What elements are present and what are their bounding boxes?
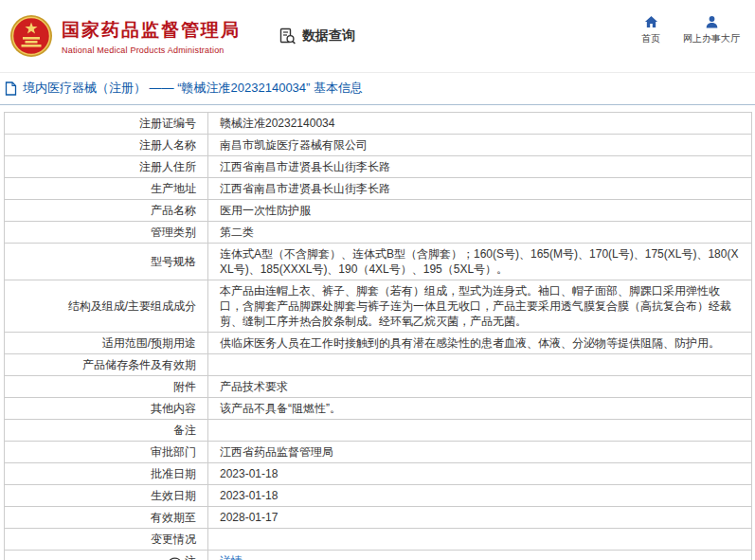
- table-row: 备注: [5, 420, 752, 442]
- table-row: 生效日期 2023-01-18: [5, 485, 752, 507]
- row-label: 批准日期: [5, 463, 208, 485]
- table-row: 产品名称 医用一次性防护服: [5, 200, 752, 222]
- header: 国家药品监督管理局 National Medical Products Admi…: [0, 0, 755, 72]
- table-row: 注册证编号 赣械注准20232140034: [5, 113, 752, 135]
- note-label: 注: [185, 554, 196, 560]
- national-emblem-logo: [9, 14, 53, 58]
- row-label: 附件: [5, 376, 208, 398]
- row-label: 生产地址: [5, 178, 208, 200]
- home-icon: [644, 15, 658, 28]
- table-row: 有效期至 2028-01-17: [5, 507, 752, 529]
- org-name-cn: 国家药品监督管理局: [62, 18, 241, 43]
- table-row: 变更情况: [5, 529, 752, 551]
- data-query-heading: 数据查询: [279, 27, 355, 45]
- page-title: 境内医疗器械（注册） —— “赣械注准20232140034” 基本信息: [23, 80, 363, 97]
- row-value: 本产品由连帽上衣、裤子、脚套（若有）组成，型式为连身式。袖口、帽子面部、脚踝口采…: [208, 280, 752, 333]
- row-value: [208, 529, 752, 551]
- top-nav: 首页 网上办事大厅: [641, 15, 740, 45]
- nav-home[interactable]: 首页: [641, 15, 660, 45]
- row-label: 注册证编号: [5, 113, 208, 135]
- row-label: 结构及组成/主要组成成分: [5, 280, 208, 333]
- nav-online-hall-label: 网上办事大厅: [683, 32, 740, 45]
- row-label: 审批部门: [5, 442, 208, 463]
- row-label: 注: [5, 551, 208, 560]
- row-label: 产品名称: [5, 200, 208, 222]
- registration-info-table: 注册证编号 赣械注准20232140034 注册人名称 南昌市凯旋医疗器械有限公…: [4, 112, 752, 560]
- table-row: 产品储存条件及有效期: [5, 354, 752, 376]
- row-value: 2023-01-18: [208, 463, 752, 485]
- row-label: 变更情况: [5, 529, 208, 551]
- row-label: 适用范围/预期用途: [5, 333, 208, 354]
- row-value: 南昌市凯旋医疗器械有限公司: [208, 135, 752, 156]
- row-value: 详情: [208, 551, 752, 560]
- row-value: 2023-01-18: [208, 485, 752, 507]
- row-value: 医用一次性防护服: [208, 200, 752, 222]
- row-label: 注册人住所: [5, 156, 208, 178]
- row-label: 产品储存条件及有效期: [5, 354, 208, 376]
- row-value: 该产品不具备“阻燃性”。: [208, 398, 752, 420]
- brand: 国家药品监督管理局 National Medical Products Admi…: [9, 14, 241, 58]
- table-row: 注册人住所 江西省南昌市进贤县长山街李长路: [5, 156, 752, 178]
- table-row: 注 详情: [5, 551, 752, 560]
- table-row: 批准日期 2023-01-18: [5, 463, 752, 485]
- row-value: 江西省南昌市进贤县长山街李长路: [208, 178, 752, 200]
- org-name-en: National Medical Products Administration: [62, 45, 241, 55]
- detail-link[interactable]: 详情: [220, 554, 243, 560]
- table-row: 型号规格 连体式A型（不含脚套）、连体式B型（含脚套）；160(S号)、165(…: [5, 244, 752, 280]
- row-label: 生效日期: [5, 485, 208, 507]
- nav-online-hall[interactable]: 网上办事大厅: [683, 15, 740, 45]
- row-value: 江西省药品监督管理局: [208, 442, 752, 463]
- document-icon: [5, 81, 17, 96]
- table-row: 其他内容 该产品不具备“阻燃性”。: [5, 398, 752, 420]
- nav-home-label: 首页: [641, 32, 660, 45]
- row-label: 有效期至: [5, 507, 208, 529]
- row-value: 连体式A型（不含脚套）、连体式B型（含脚套）；160(S号)、165(M号)、1…: [208, 244, 752, 280]
- row-label: 管理类别: [5, 222, 208, 244]
- row-value: [208, 420, 752, 442]
- table-row: 管理类别 第二类: [5, 222, 752, 244]
- table-row: 注册人名称 南昌市凯旋医疗器械有限公司: [5, 135, 752, 156]
- page-title-bar: 境内医疗器械（注册） —— “赣械注准20232140034” 基本信息: [0, 72, 755, 105]
- row-label: 注册人名称: [5, 135, 208, 156]
- table-row: 生产地址 江西省南昌市进贤县长山街李长路: [5, 178, 752, 200]
- row-label: 型号规格: [5, 244, 208, 280]
- row-label: 其他内容: [5, 398, 208, 420]
- data-query-label: 数据查询: [302, 27, 355, 45]
- row-value: 第二类: [208, 222, 752, 244]
- table-row: 适用范围/预期用途 供临床医务人员在工作时接触到的具有潜在感染性的患者血液、体液…: [5, 333, 752, 354]
- row-value: 产品技术要求: [208, 376, 752, 398]
- row-label: 备注: [5, 420, 208, 442]
- row-value: 2028-01-17: [208, 507, 752, 529]
- table-row: 结构及组成/主要组成成分 本产品由连帽上衣、裤子、脚套（若有）组成，型式为连身式…: [5, 280, 752, 333]
- row-value: 江西省南昌市进贤县长山街李长路: [208, 156, 752, 178]
- user-icon: [705, 15, 719, 28]
- row-value: 供临床医务人员在工作时接触到的具有潜在感染性的患者血液、体液、分泌物等提供阻隔、…: [208, 333, 752, 354]
- data-query-icon: [279, 27, 297, 45]
- row-value: [208, 354, 752, 376]
- table-row: 附件 产品技术要求: [5, 376, 752, 398]
- row-value: 赣械注准20232140034: [208, 113, 752, 135]
- table-row: 审批部门 江西省药品监督管理局: [5, 442, 752, 463]
